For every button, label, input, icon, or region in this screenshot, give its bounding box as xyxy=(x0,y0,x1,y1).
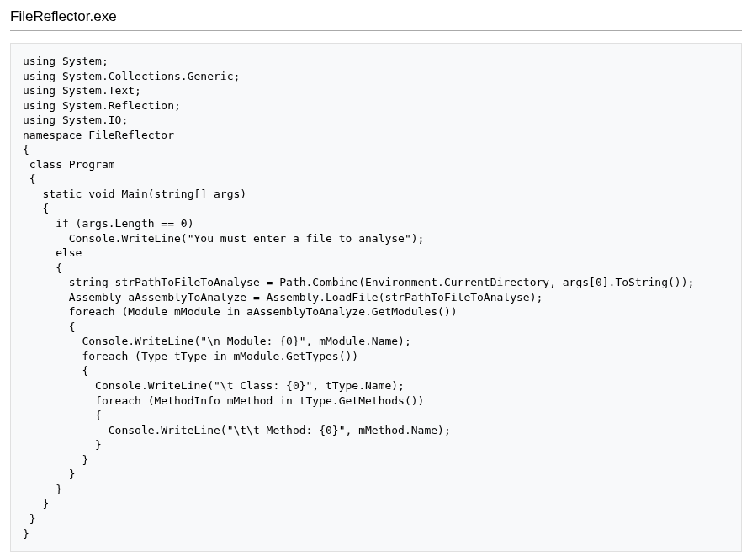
code-block: using System; using System.Collections.G… xyxy=(10,43,742,552)
page-title: FileReflector.exe xyxy=(10,7,742,31)
